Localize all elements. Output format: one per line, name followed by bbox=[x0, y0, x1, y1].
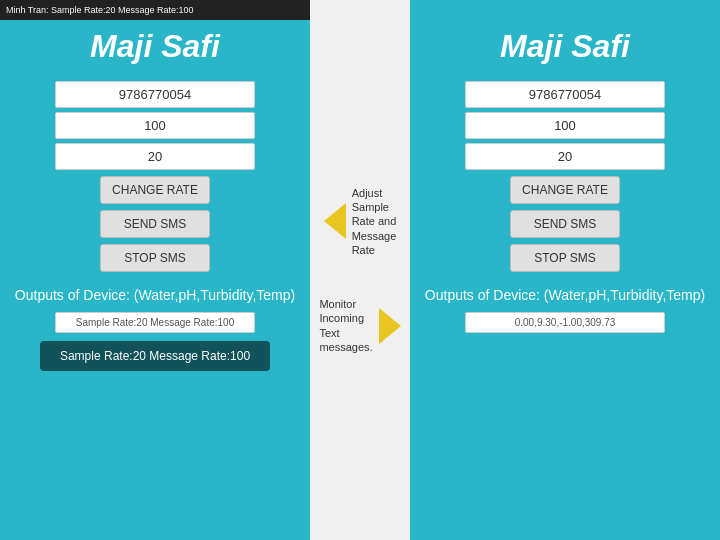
arrow-right-icon bbox=[379, 308, 401, 344]
message-rate-left[interactable] bbox=[55, 112, 255, 139]
phone-left: Minh Tran: Sample Rate:20 Message Rate:1… bbox=[0, 0, 310, 540]
stop-sms-button-right[interactable]: STOP SMS bbox=[510, 244, 620, 272]
send-sms-button-right[interactable]: SEND SMS bbox=[510, 210, 620, 238]
app-title-left: Maji Safi bbox=[0, 28, 310, 65]
adjust-arrow-row: AdjustSampleRate andMessageRate bbox=[324, 186, 397, 257]
adjust-label: AdjustSampleRate andMessageRate bbox=[352, 186, 397, 257]
monitor-label: MonitorIncomingTextmessages. bbox=[319, 297, 372, 354]
outputs-label-right: Outputs of Device: (Water,pH,Turbidity,T… bbox=[410, 286, 720, 306]
status-bar-left: Minh Tran: Sample Rate:20 Message Rate:1… bbox=[0, 0, 310, 20]
notification-bar-left: Sample Rate:20 Message Rate:100 bbox=[40, 341, 270, 371]
adjust-section: AdjustSampleRate andMessageRate bbox=[324, 186, 397, 257]
monitor-arrow-row: MonitorIncomingTextmessages. bbox=[319, 297, 400, 354]
log-box-left: Sample Rate:20 Message Rate:100 bbox=[55, 312, 255, 333]
stop-sms-button-left[interactable]: STOP SMS bbox=[100, 244, 210, 272]
sample-rate-right[interactable] bbox=[465, 143, 665, 170]
send-sms-button-left[interactable]: SEND SMS bbox=[100, 210, 210, 238]
monitor-section: MonitorIncomingTextmessages. bbox=[319, 297, 400, 354]
sample-rate-left[interactable] bbox=[55, 143, 255, 170]
message-rate-right[interactable] bbox=[465, 112, 665, 139]
arrow-left-icon bbox=[324, 203, 346, 239]
outputs-label-left: Outputs of Device: (Water,pH,Turbidity,T… bbox=[0, 286, 310, 306]
phone-right: ✉ 📷 🔔 ✕ 📶 62% 11:27 PM Maji Safi CHANGE … bbox=[410, 0, 720, 540]
app-title-right: Maji Safi bbox=[410, 28, 720, 65]
phone-number-left[interactable] bbox=[55, 81, 255, 108]
middle-area: AdjustSampleRate andMessageRate MonitorI… bbox=[310, 0, 410, 540]
status-title-left: Minh Tran: Sample Rate:20 Message Rate:1… bbox=[6, 5, 194, 15]
log-box-right: 0.00,9.30,-1.00,309.73 bbox=[465, 312, 665, 333]
change-rate-button-left[interactable]: CHANGE RATE bbox=[100, 176, 210, 204]
phone-number-right[interactable] bbox=[465, 81, 665, 108]
change-rate-button-right[interactable]: CHANGE RATE bbox=[510, 176, 620, 204]
